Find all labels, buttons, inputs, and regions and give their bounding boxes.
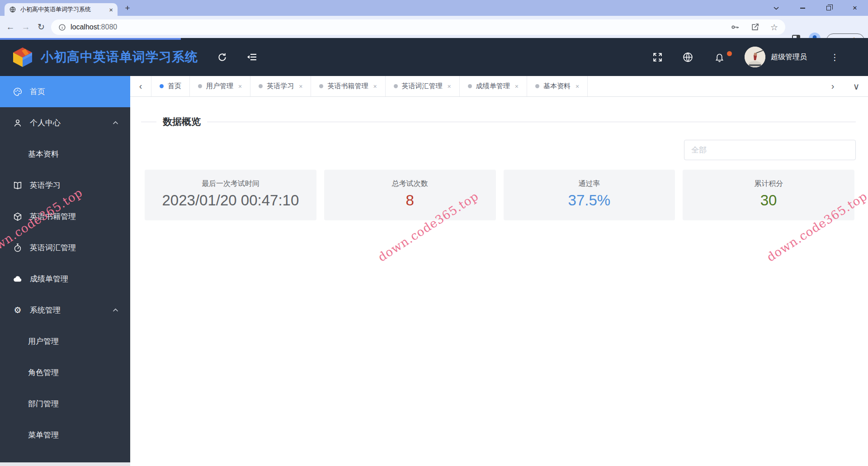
fullscreen-icon[interactable]: [652, 52, 663, 63]
username-label[interactable]: 超级管理员: [771, 52, 807, 62]
header-kebab-menu-icon[interactable]: ⋮: [830, 52, 839, 62]
sidebar-item-label: 成绩单管理: [30, 274, 68, 284]
tab-dot: [535, 84, 539, 88]
share-icon[interactable]: [750, 23, 760, 32]
browser-tab-title: 小初高中英语单词学习系统: [20, 5, 105, 14]
sidebar-item-report-cards[interactable]: 成绩单管理: [0, 263, 130, 295]
window-minimize-button[interactable]: [789, 0, 816, 16]
view-tab-bar: ‹ 首页 用户管理 × 英语学习 × 英语书籍管理 × 英语词汇管理 × 成绩单…: [130, 76, 868, 97]
tab-close-icon[interactable]: ×: [109, 6, 113, 13]
view-tab-english-books[interactable]: 英语书籍管理 ×: [311, 76, 385, 96]
sidebar-item-english-books[interactable]: 英语书籍管理: [0, 201, 130, 232]
cloud-icon: [13, 274, 23, 284]
sidebar-item-label: 系统管理: [30, 305, 61, 315]
window-close-button[interactable]: ×: [842, 0, 868, 16]
gear-icon: ⚙: [13, 305, 23, 315]
sidebar-item-personal-center[interactable]: 个人中心: [0, 107, 130, 138]
close-icon[interactable]: ×: [299, 83, 302, 90]
sidebar-item-home[interactable]: 首页: [0, 76, 130, 107]
window-controls: ×: [763, 0, 868, 16]
tab-dot: [259, 84, 263, 88]
forward-button[interactable]: →: [18, 22, 33, 32]
stat-cards: 最后一次考试时间 2023/01/20 00:47:10 总考试次数 8 通过率…: [145, 170, 854, 220]
sidebar-item-basic-profile[interactable]: 基本资料: [0, 138, 130, 170]
back-button[interactable]: ←: [3, 22, 18, 32]
view-tab-english-vocabulary[interactable]: 英语词汇管理 ×: [386, 76, 460, 96]
notification-bell-icon[interactable]: [714, 52, 725, 62]
site-info-icon[interactable]: [58, 24, 66, 31]
stat-card-pass-rate: 通过率 37.5%: [504, 170, 675, 220]
close-icon[interactable]: ×: [576, 83, 579, 90]
sidebar-item-system-management[interactable]: ⚙ 系统管理: [0, 295, 130, 326]
view-tab-home[interactable]: 首页: [151, 76, 190, 96]
browser-toolbar: ← → ↻ localhost:8080 ☆ Error ⋮: [0, 16, 868, 38]
close-icon[interactable]: ×: [448, 83, 451, 90]
section-title: 数据概览: [163, 115, 201, 128]
user-icon: [13, 118, 23, 128]
sidebar-item-menu-management[interactable]: 菜单管理: [0, 419, 130, 451]
sidebar-item-label: 英语学习: [30, 180, 61, 190]
tab-dot: [468, 84, 472, 88]
sidebar-item-english-learning[interactable]: 英语学习: [0, 170, 130, 201]
stat-card-last-exam-time: 最后一次考试时间 2023/01/20 00:47:10: [145, 170, 316, 220]
sidebar-item-label: 个人中心: [30, 118, 61, 128]
language-globe-icon[interactable]: [682, 52, 693, 63]
refresh-icon[interactable]: [217, 52, 227, 62]
tabs-scroll-left-icon[interactable]: ‹: [130, 76, 151, 96]
tabs-scroll-right-icon[interactable]: ›: [821, 76, 844, 96]
book-icon: [13, 181, 23, 190]
app-logo-cube-icon: [12, 46, 33, 68]
sidebar-item-english-vocabulary[interactable]: 英语词汇管理: [0, 232, 130, 263]
sidebar-item-department-management[interactable]: 部门管理: [0, 388, 130, 419]
bookmark-star-icon[interactable]: ☆: [770, 23, 778, 32]
stopwatch-icon: [13, 243, 23, 253]
sidebar-scrollbar-track[interactable]: [0, 462, 130, 466]
stat-card-total-exams: 总考试次数 8: [324, 170, 496, 220]
browser-tab[interactable]: 小初高中英语单词学习系统 ×: [5, 3, 118, 16]
stat-card-total-points: 累计积分 30: [683, 170, 854, 220]
sidebar-item-label: 角色管理: [28, 367, 59, 378]
close-icon[interactable]: ×: [515, 83, 519, 90]
new-tab-button[interactable]: +: [121, 2, 134, 14]
view-tab-user-management[interactable]: 用户管理 ×: [190, 76, 250, 96]
view-tab-basic-profile[interactable]: 基本资料 ×: [527, 76, 588, 96]
tab-dot: [319, 84, 323, 88]
address-bar[interactable]: localhost:8080 ☆: [51, 19, 785, 35]
box-icon: [13, 212, 23, 222]
select-placeholder: 全部: [691, 145, 707, 155]
view-tab-english-learning[interactable]: 英语学习 ×: [250, 76, 311, 96]
password-key-icon[interactable]: [731, 23, 740, 32]
sidebar-item-user-management[interactable]: 用户管理: [0, 326, 130, 357]
sidebar-item-label: 首页: [30, 86, 45, 97]
sidebar-item-label: 部门管理: [28, 399, 59, 409]
sidebar-item-label: 英语词汇管理: [30, 243, 76, 253]
sidebar-item-label: 用户管理: [28, 336, 59, 347]
chevron-up-icon: [113, 308, 118, 312]
dashboard-content: 数据概览 全部 最后一次考试时间 2023/01/20 00:47:10 总考试…: [130, 115, 868, 466]
close-icon[interactable]: ×: [373, 83, 377, 90]
tab-dot: [394, 84, 398, 88]
main-area: ‹ 首页 用户管理 × 英语学习 × 英语书籍管理 × 英语词汇管理 × 成绩单…: [130, 76, 868, 466]
tab-search-chevron-icon[interactable]: [763, 0, 789, 16]
window-restore-button[interactable]: [816, 0, 842, 16]
sidebar-item-label: 基本资料: [28, 149, 59, 159]
user-avatar[interactable]: [745, 47, 765, 67]
tab-dot: [198, 84, 202, 88]
browser-tab-strip: 小初高中英语单词学习系统 × + ×: [0, 0, 868, 16]
close-icon[interactable]: ×: [238, 83, 242, 90]
view-tab-report-cards[interactable]: 成绩单管理 ×: [460, 76, 527, 96]
section-divider: 数据概览: [141, 115, 856, 128]
sidebar-item-label: 菜单管理: [28, 430, 59, 440]
url-text: localhost:8080: [71, 23, 117, 31]
sidebar-item-label: 英语书籍管理: [30, 211, 76, 222]
collapse-sidebar-icon[interactable]: [246, 52, 257, 62]
reload-button[interactable]: ↻: [33, 22, 49, 32]
sidebar-menu: 首页 个人中心 基本资料 英语学习 英语书籍管理 英语词汇管理 成绩单管理: [0, 76, 130, 466]
app-title: 小初高中英语单词学习系统: [41, 48, 198, 66]
favicon-globe-icon: [9, 6, 16, 13]
scope-select[interactable]: 全部: [684, 140, 856, 160]
sidebar-item-role-management[interactable]: 角色管理: [0, 357, 130, 388]
notification-badge: [727, 51, 732, 56]
tabs-menu-chevron-icon[interactable]: ∨: [844, 76, 868, 96]
palette-icon: [13, 87, 23, 97]
